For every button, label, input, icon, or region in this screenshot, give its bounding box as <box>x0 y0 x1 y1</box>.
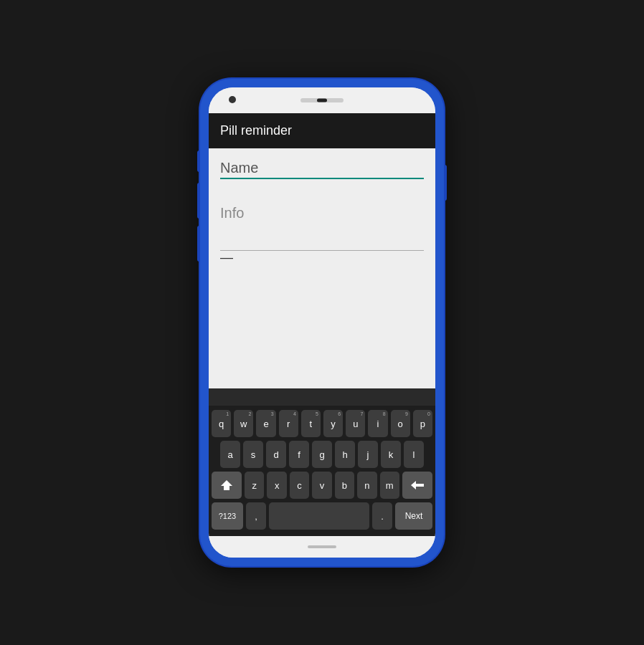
name-label[interactable]: Name <box>220 160 424 176</box>
comma-key[interactable]: , <box>246 502 266 530</box>
key-u[interactable]: u7 <box>346 410 365 437</box>
key-e[interactable]: e3 <box>256 410 275 437</box>
backspace-key[interactable] <box>402 472 432 499</box>
key-p[interactable]: p0 <box>413 410 432 437</box>
keyboard: q1 w2 e3 r4 t5 y6 u7 i8 o9 p0 a s d f <box>209 406 435 536</box>
speaker-icon <box>317 99 327 102</box>
home-indicator <box>308 545 336 548</box>
key-q[interactable]: q1 <box>212 410 231 437</box>
phone-top-bar <box>209 87 435 113</box>
mute-button[interactable] <box>197 150 200 172</box>
key-v[interactable]: v <box>312 472 331 499</box>
key-w[interactable]: w2 <box>234 410 253 437</box>
key-y[interactable]: y6 <box>323 410 343 437</box>
shift-key[interactable] <box>212 472 242 499</box>
power-button[interactable] <box>444 165 447 201</box>
key-o[interactable]: o9 <box>391 410 410 437</box>
volume-down-button[interactable] <box>197 226 200 262</box>
key-f[interactable]: f <box>289 441 309 468</box>
symbols-key[interactable]: ?123 <box>212 502 243 530</box>
keyboard-row-1: q1 w2 e3 r4 t5 y6 u7 i8 o9 p0 <box>212 410 432 437</box>
keyboard-transition <box>209 388 435 406</box>
key-g[interactable]: g <box>312 441 332 468</box>
key-i[interactable]: i8 <box>368 410 387 437</box>
info-field-group[interactable]: Info — <box>220 205 424 264</box>
phone-device: Pill reminder Name Info — <box>200 79 444 566</box>
period-key[interactable]: . <box>372 502 392 530</box>
key-h[interactable]: h <box>335 441 355 468</box>
form-content: Name Info — <box>209 148 435 388</box>
keyboard-row-2: a s d f g h j k l <box>212 441 432 468</box>
key-b[interactable]: b <box>335 472 354 499</box>
svg-marker-0 <box>221 480 232 490</box>
key-m[interactable]: m <box>380 472 399 499</box>
volume-up-button[interactable] <box>197 183 200 219</box>
keyboard-row-3: z x c v b n m <box>212 472 432 499</box>
phone-bottom-bar <box>209 536 435 558</box>
key-a[interactable]: a <box>220 441 240 468</box>
camera-icon <box>229 96 236 103</box>
cursor-indicator: — <box>220 251 424 264</box>
name-field-group[interactable]: Name <box>220 160 424 179</box>
screen-content: Pill reminder Name Info — <box>209 113 435 536</box>
app-bar: Pill reminder <box>209 113 435 148</box>
key-l[interactable]: l <box>404 441 424 468</box>
app-title: Pill reminder <box>220 123 292 138</box>
key-t[interactable]: t5 <box>301 410 321 437</box>
key-s[interactable]: s <box>243 441 263 468</box>
next-key[interactable]: Next <box>395 502 432 530</box>
space-key[interactable] <box>269 502 369 530</box>
phone-screen: Pill reminder Name Info — <box>209 87 435 558</box>
info-label[interactable]: Info <box>220 205 424 221</box>
key-r[interactable]: r4 <box>279 410 298 437</box>
key-n[interactable]: n <box>357 472 377 499</box>
key-c[interactable]: c <box>290 472 309 499</box>
key-d[interactable]: d <box>266 441 286 468</box>
key-x[interactable]: x <box>267 472 286 499</box>
key-j[interactable]: j <box>358 441 378 468</box>
key-k[interactable]: k <box>381 441 401 468</box>
key-z[interactable]: z <box>245 472 264 499</box>
name-underline <box>220 178 424 179</box>
keyboard-row-4: ?123 , . Next <box>212 502 432 530</box>
